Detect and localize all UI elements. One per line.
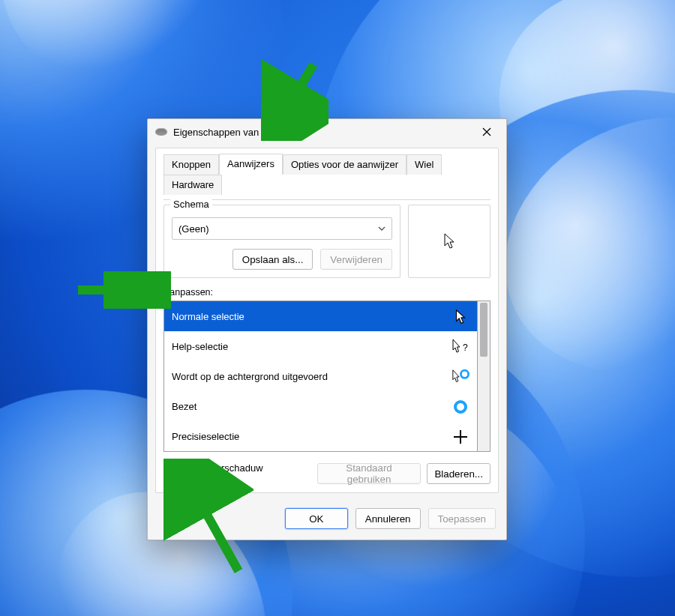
list-item-label: Wordt op de achtergrond uitgevoerd: [172, 371, 328, 382]
close-button[interactable]: [473, 121, 500, 142]
pointer-shadow-checkbox[interactable]: [164, 468, 176, 480]
cursor-preview: [408, 205, 490, 278]
cursor-precision-icon: [452, 429, 470, 444]
use-default-button[interactable]: Standaard gebruiken: [317, 463, 422, 484]
window-title: Eigenschappen van Muis: [173, 127, 282, 138]
apply-button[interactable]: Toepassen: [428, 508, 496, 529]
ok-button[interactable]: OK: [285, 508, 348, 529]
list-item[interactable]: Wordt op de achtergrond uitgevoerd: [164, 361, 477, 391]
list-item-label: Precisieselectie: [172, 431, 239, 442]
tab-aanwijzers[interactable]: Aanwijzers: [219, 154, 283, 175]
list-item[interactable]: Precisieselectie: [164, 421, 477, 451]
dialog-action-bar: OK Annuleren Toepassen: [148, 501, 506, 540]
svg-point-3: [460, 370, 468, 378]
list-item[interactable]: Help-selectie ?: [164, 331, 477, 361]
schema-save-as-button[interactable]: Opslaan als...: [232, 249, 314, 270]
titlebar: Eigenschappen van Muis: [148, 119, 506, 145]
list-item-label: Help-selectie: [172, 341, 228, 352]
tab-opties-aanwijzer[interactable]: Opties voor de aanwijzer: [283, 154, 406, 175]
tab-knoppen[interactable]: Knoppen: [164, 154, 219, 175]
mouse-properties-dialog: Eigenschappen van Muis Knoppen Aanwijzer…: [147, 118, 507, 540]
list-item[interactable]: Bezet: [164, 391, 477, 421]
schema-value: (Geen): [178, 223, 208, 235]
list-item-label: Bezet: [172, 401, 196, 412]
tab-panel: Knoppen Aanwijzers Opties voor de aanwij…: [155, 148, 499, 493]
cancel-button[interactable]: Annuleren: [356, 508, 421, 529]
check-icon: [166, 470, 174, 478]
list-item-label: Normale selectie: [172, 311, 244, 322]
cursor-arrow-icon: [442, 232, 456, 250]
cursor-working-icon: [452, 369, 470, 385]
close-icon: [482, 127, 491, 136]
pointer-shadow-label: Aanwijzerschaduw inschakelen: [182, 462, 305, 485]
list-item[interactable]: Normale selectie: [164, 301, 477, 331]
schema-group: Schema (Geen) Opslaan als... Verwijderen: [164, 205, 400, 278]
cursor-busy-icon: [452, 399, 470, 415]
customize-label: Aanpassen:: [164, 287, 490, 298]
schema-combobox[interactable]: (Geen): [172, 217, 392, 240]
schema-label: Schema: [170, 199, 212, 210]
chevron-down-icon: [378, 225, 386, 232]
svg-point-4: [455, 402, 466, 412]
tab-hardware[interactable]: Hardware: [164, 175, 222, 195]
desktop-wallpaper: Eigenschappen van Muis Knoppen Aanwijzer…: [0, 0, 675, 616]
mouse-icon: [155, 128, 167, 136]
tab-bar: Knoppen Aanwijzers Opties voor de aanwij…: [164, 153, 490, 194]
listbox-scrollbar[interactable]: [478, 301, 490, 452]
cursor-listbox[interactable]: Normale selectie Help-selectie ?: [164, 301, 478, 452]
cursor-arrow-icon: [452, 309, 470, 325]
scrollbar-thumb[interactable]: [480, 303, 488, 357]
browse-button[interactable]: Bladeren...: [427, 463, 490, 484]
tab-wiel[interactable]: Wiel: [406, 154, 442, 175]
cursor-help-icon: ?: [452, 339, 470, 355]
schema-delete-button[interactable]: Verwijderen: [320, 249, 392, 270]
svg-text:?: ?: [463, 342, 468, 353]
